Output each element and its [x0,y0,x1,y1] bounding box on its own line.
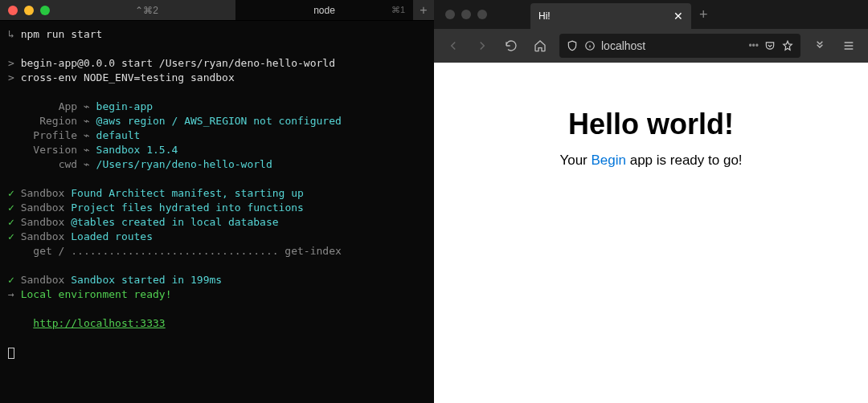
shield-icon[interactable] [566,39,579,52]
kv-label: Version [33,144,77,156]
back-button[interactable] [440,33,466,59]
check-mark-icon: ✓ [8,202,14,214]
info-icon[interactable] [583,39,596,52]
page-subtext: Your Begin app is ready to go! [559,153,742,169]
page-content: Hello world! Your Begin app is ready to … [434,63,868,403]
terminal-new-tab-button[interactable]: + [413,3,434,18]
browser-toolbar: localhost ••• [434,29,868,63]
arrow-icon: → [8,288,21,300]
menu-button[interactable] [836,33,862,59]
forward-button[interactable] [469,33,495,59]
kv-value: default [96,129,141,141]
check-msg: @tables created in local database [71,216,278,228]
check-msg: Loaded routes [71,230,153,242]
begin-link[interactable]: Begin [592,153,626,168]
check-mark-icon: ✓ [8,216,14,228]
command-text: npm run start [21,28,103,40]
route-line: get / ................................. … [8,245,342,257]
kv-sep: ⌁ [77,129,96,141]
overflow-button[interactable] [807,33,833,59]
close-window-dot[interactable] [445,10,455,19]
home-button[interactable] [527,33,553,59]
kv-value: /Users/ryan/deno-hello-world [96,158,272,170]
terminal-tabbar: ⌃⌘2 node ⌘1 + [0,0,434,21]
new-tab-button[interactable]: + [691,6,716,23]
check-src: Sandbox [21,274,65,286]
terminal-window: ⌃⌘2 node ⌘1 + ↳ npm run start > begin-ap… [0,0,434,403]
minimize-window-dot[interactable] [24,6,34,15]
check-mark-icon: ✓ [8,230,14,242]
terminal-tab-1[interactable]: ⌃⌘2 [58,0,235,20]
kv-value: @aws region / AWS_REGION not configured [96,115,342,127]
kv-sep: ⌁ [77,144,96,156]
kv-sep: ⌁ [77,100,96,112]
browser-window: Hi! ✕ + localhost ••• [434,0,868,403]
check-msg: Project files hydrated into functions [71,202,304,214]
check-src: Sandbox [21,202,65,214]
env-ready-text: Local environment ready! [21,288,172,300]
close-window-dot[interactable] [8,6,18,15]
kv-value: Sandbox 1.5.4 [96,144,178,156]
browser-traffic-lights [434,10,498,19]
check-msg: Found Architect manifest, starting up [71,187,304,199]
browser-tabstrip: Hi! ✕ + [434,0,868,29]
browser-tab-active[interactable]: Hi! ✕ [530,3,691,29]
terminal-tab-label: ⌃⌘2 [135,5,158,16]
out-prefix: > [8,71,21,83]
out-line: cross-env NODE_ENV=testing sandbox [21,71,235,83]
terminal-tab-label: node [313,5,335,16]
local-url-link[interactable]: http://localhost:3333 [33,317,165,329]
sub-before: Your [559,153,591,168]
kv-value: begin-app [96,100,153,112]
minimize-window-dot[interactable] [461,10,471,19]
kv-label: Region [39,115,77,127]
pocket-icon[interactable] [764,39,776,52]
zoom-window-dot[interactable] [40,6,50,15]
url-text: localhost [601,39,743,52]
kv-label: cwd [59,158,77,170]
terminal-cursor [8,348,14,359]
check-msg: Sandbox started in 199ms [71,274,222,286]
out-line: begin-app@0.0.0 start /Users/ryan/deno-h… [21,57,335,69]
sub-after: app is ready to go! [626,153,743,168]
check-mark-icon: ✓ [8,274,14,286]
reload-button[interactable] [498,33,524,59]
url-bar[interactable]: localhost ••• [559,34,800,58]
terminal-output[interactable]: ↳ npm run start > begin-app@0.0.0 start … [0,21,434,403]
page-heading: Hello world! [568,108,734,141]
kv-label: App [59,100,77,112]
prompt-arrow: ↳ [8,28,21,40]
check-mark-icon: ✓ [8,187,14,199]
zoom-window-dot[interactable] [477,10,487,19]
terminal-traffic-lights [0,6,58,15]
check-src: Sandbox [21,216,65,228]
check-src: Sandbox [21,187,65,199]
close-tab-icon[interactable]: ✕ [674,10,683,22]
browser-tab-title: Hi! [538,10,551,22]
bookmark-star-icon[interactable] [781,39,794,52]
kv-sep: ⌁ [77,158,96,170]
url-more-dots[interactable]: ••• [748,40,759,51]
out-prefix: > [8,57,21,69]
kv-label: Profile [33,129,77,141]
check-src: Sandbox [21,230,65,242]
terminal-tab-shortcut: ⌘1 [391,5,405,15]
terminal-tab-2[interactable]: node ⌘1 [235,0,413,20]
kv-sep: ⌁ [77,115,96,127]
